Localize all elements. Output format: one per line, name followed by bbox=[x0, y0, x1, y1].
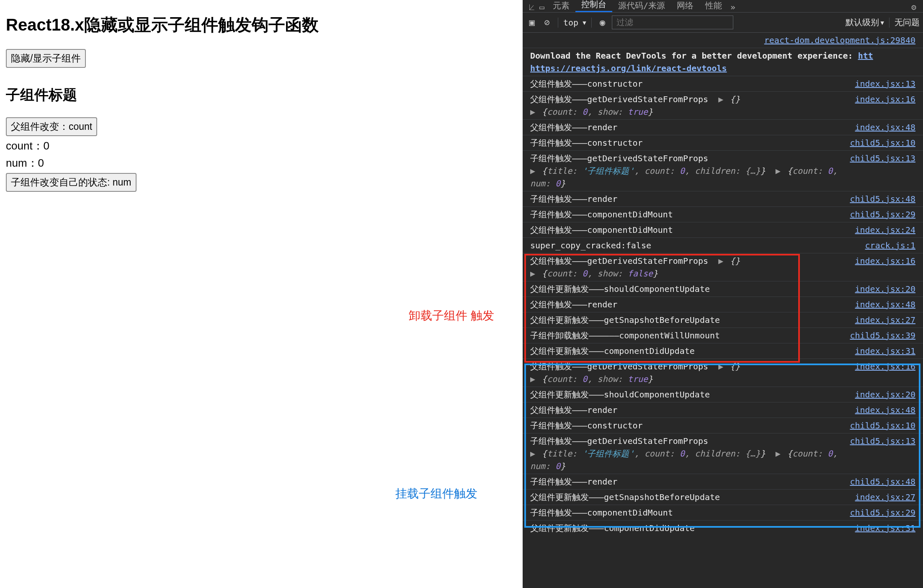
console-output[interactable]: react-dom.development.js:29840 Download … bbox=[523, 33, 923, 588]
source-link[interactable]: index.jsx:27 bbox=[847, 314, 916, 326]
source-link[interactable]: child5.jsx:13 bbox=[841, 435, 915, 472]
source-link[interactable]: index.jsx:16 bbox=[847, 360, 916, 385]
console-row: 父组件触发———constructorindex.jsx:13 bbox=[523, 76, 923, 91]
tab-elements[interactable]: 元素 bbox=[547, 0, 575, 12]
live-expression-icon[interactable]: ◉ bbox=[597, 17, 608, 28]
source-link[interactable]: index.jsx:13 bbox=[847, 77, 916, 90]
tab-performance[interactable]: 性能 bbox=[699, 0, 728, 12]
console-row: 子组件卸载触发——————componentWillUnmountchild5.… bbox=[523, 328, 923, 343]
devtools-link[interactable]: htt bbox=[858, 51, 873, 61]
console-row: 父组件触发———componentDidMountindex.jsx:24 bbox=[523, 222, 923, 237]
source-link[interactable]: index.jsx:20 bbox=[847, 283, 916, 295]
child-title: 子组件标题 bbox=[6, 85, 517, 105]
settings-icon[interactable]: ⚙ bbox=[909, 2, 919, 12]
console-row: 父组件触发———getDerivedStateFromProps ▶ {}▶ {… bbox=[523, 358, 923, 387]
console-row: 子组件触发———renderchild5.jsx:48 bbox=[523, 191, 923, 206]
annotation-unmount: 卸载子组件 触发 bbox=[409, 308, 494, 324]
devtools-link-2[interactable]: https://reactjs.org/link/react-devtools bbox=[530, 63, 727, 73]
source-link[interactable]: child5.jsx:48 bbox=[841, 475, 915, 488]
toggle-child-button[interactable]: 隐藏/显示子组件 bbox=[6, 49, 86, 68]
source-link[interactable]: index.jsx:48 bbox=[847, 121, 916, 134]
annotation-mount: 挂载子组件触发 bbox=[395, 486, 477, 502]
source-link[interactable]: child5.jsx:13 bbox=[841, 152, 915, 190]
console-row: 父组件更新触发———getSnapshotBeforeUpdateindex.j… bbox=[523, 312, 923, 328]
console-row: 子组件触发———renderchild5.jsx:48 bbox=[523, 474, 923, 489]
console-row: 子组件触发———getDerivedStateFromProps▶ {title… bbox=[523, 150, 923, 191]
console-toolbar: ▣ ⊘ top▼ ◉ 默认级别 ▼ 无问题 bbox=[523, 13, 923, 33]
source-link[interactable]: react-dom.development.js:29840 bbox=[756, 34, 915, 46]
count-value: count：0 bbox=[6, 139, 517, 153]
num-value: num：0 bbox=[6, 156, 517, 170]
inspect-icon[interactable]: ⟀ bbox=[527, 2, 537, 12]
source-link[interactable]: index.jsx:31 bbox=[847, 345, 916, 357]
device-icon[interactable]: ▭ bbox=[537, 2, 547, 12]
console-row: super_copy_cracked:falsecrack.js:1 bbox=[523, 237, 923, 253]
console-row: 父组件更新触发———componentDidUpdateindex.jsx:31 bbox=[523, 520, 923, 536]
tab-network[interactable]: 网络 bbox=[671, 0, 699, 12]
context-selector[interactable]: top▼ bbox=[563, 18, 586, 28]
source-link[interactable]: child5.jsx:10 bbox=[841, 419, 915, 432]
console-row: 子组件触发———constructorchild5.jsx:10 bbox=[523, 418, 923, 433]
log-level-selector[interactable]: 默认级别 ▼ bbox=[846, 17, 884, 28]
console-row: 子组件触发———constructorchild5.jsx:10 bbox=[523, 135, 923, 150]
more-tabs-icon[interactable]: » bbox=[728, 2, 738, 12]
source-link[interactable]: index.jsx:31 bbox=[847, 522, 916, 534]
console-row: 父组件触发———renderindex.jsx:48 bbox=[523, 402, 923, 418]
issues-label[interactable]: 无问题 bbox=[895, 17, 920, 28]
source-link[interactable]: child5.jsx:48 bbox=[841, 193, 915, 205]
console-row: 父组件触发———getDerivedStateFromProps ▶ {}▶ {… bbox=[523, 253, 923, 281]
source-link[interactable]: index.jsx:27 bbox=[847, 491, 916, 503]
source-link[interactable]: child5.jsx:10 bbox=[841, 137, 915, 149]
source-link[interactable]: child5.jsx:29 bbox=[841, 506, 915, 519]
console-row: 子组件触发———componentDidMountchild5.jsx:29 bbox=[523, 505, 923, 520]
source-link[interactable]: index.jsx:16 bbox=[847, 255, 916, 280]
source-link[interactable]: crack.js:1 bbox=[857, 239, 915, 252]
console-row: 子组件触发———componentDidMountchild5.jsx:29 bbox=[523, 206, 923, 222]
tab-console[interactable]: 控制台 bbox=[575, 0, 612, 12]
source-link[interactable]: index.jsx:24 bbox=[847, 224, 916, 236]
source-link[interactable]: child5.jsx:29 bbox=[841, 208, 915, 221]
console-row: 父组件更新触发———shouldComponentUpdateindex.jsx… bbox=[523, 281, 923, 297]
page-title: React18.x隐藏或显示子组件触发钩子函数 bbox=[6, 13, 517, 36]
console-row: 父组件更新触发———getSnapshotBeforeUpdateindex.j… bbox=[523, 489, 923, 505]
sidebar-toggle-icon[interactable]: ▣ bbox=[526, 17, 538, 28]
console-row: 父组件触发———getDerivedStateFromProps ▶ {}▶ {… bbox=[523, 91, 923, 119]
devtools-pane: ⟀ ▭ 元素 控制台 源代码/来源 网络 性能 » ⚙ ▣ ⊘ top▼ ◉ 默… bbox=[523, 0, 923, 588]
console-row: 子组件触发———getDerivedStateFromProps▶ {title… bbox=[523, 433, 923, 474]
parent-change-count-button[interactable]: 父组件改变：count bbox=[6, 117, 97, 136]
source-link[interactable]: index.jsx:16 bbox=[847, 93, 916, 118]
console-row: 父组件更新触发———shouldComponentUpdateindex.jsx… bbox=[523, 387, 923, 402]
devtools-tabs: ⟀ ▭ 元素 控制台 源代码/来源 网络 性能 » ⚙ bbox=[523, 0, 923, 13]
console-row: 父组件触发———renderindex.jsx:48 bbox=[523, 119, 923, 135]
source-link[interactable]: index.jsx:20 bbox=[847, 388, 916, 401]
source-link[interactable]: child5.jsx:39 bbox=[841, 329, 915, 342]
source-link[interactable]: index.jsx:48 bbox=[847, 298, 916, 311]
source-link[interactable]: index.jsx:48 bbox=[847, 404, 916, 416]
clear-console-icon[interactable]: ⊘ bbox=[541, 17, 553, 28]
console-row: 父组件触发———renderindex.jsx:48 bbox=[523, 297, 923, 312]
filter-input[interactable] bbox=[612, 15, 733, 29]
child-change-num-button[interactable]: 子组件改变自己的状态: num bbox=[6, 173, 137, 192]
tab-sources[interactable]: 源代码/来源 bbox=[612, 0, 671, 12]
console-row: 父组件更新触发———componentDidUpdateindex.jsx:31 bbox=[523, 343, 923, 358]
